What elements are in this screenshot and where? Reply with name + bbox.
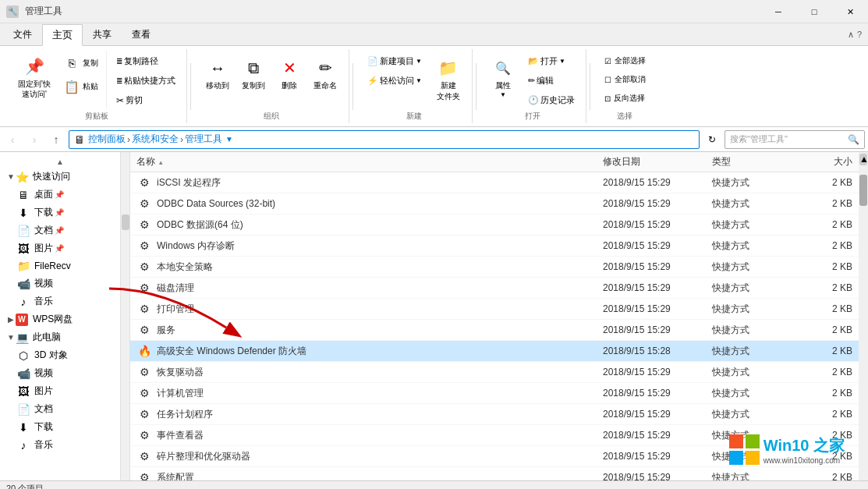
properties-button[interactable]: 🔍 属性 ▼ (486, 52, 520, 101)
refresh-button[interactable]: ↻ (703, 130, 721, 149)
history-button[interactable]: 🕐 历史记录 (523, 91, 579, 109)
table-row[interactable]: ⚙ 打印管理 2018/9/15 15:29 快捷方式 2 KB (130, 299, 859, 320)
invert-selection-button[interactable]: ⊡ 反向选择 (600, 90, 650, 107)
table-row[interactable]: ⚙ ODBC Data Sources (32-bit) 2018/9/15 1… (130, 193, 859, 214)
properties-arrow: ▼ (500, 91, 506, 98)
minimize-button[interactable]: ─ (760, 0, 796, 23)
sidebar-documents[interactable]: 📄 文档 📌 (0, 221, 120, 239)
sidebar-pc-downloads[interactable]: ⬇ 下载 (0, 418, 120, 436)
table-row[interactable]: ⚙ iSCSI 发起程序 2018/9/15 15:29 快捷方式 2 KB (130, 172, 859, 193)
new-folder-label: 新建文件夹 (437, 80, 460, 102)
ribbon-collapse-btn[interactable]: ∧ (848, 30, 854, 40)
wps-label: WPS网盘 (33, 313, 73, 326)
file-date: 2018/9/15 15:29 (603, 177, 712, 188)
tab-file[interactable]: 文件 (3, 24, 42, 46)
sidebar-wps[interactable]: ▶ W WPS网盘 (0, 310, 120, 328)
file-size: 2 KB (790, 198, 852, 209)
close-button[interactable]: ✕ (832, 0, 868, 23)
table-row[interactable]: ⚙ ODBC 数据源(64 位) 2018/9/15 15:29 快捷方式 2 … (130, 214, 859, 236)
file-icon: ⚙ (136, 470, 152, 480)
tab-view[interactable]: 查看 (122, 24, 161, 46)
scroll-thumb[interactable] (859, 175, 867, 206)
delete-icon: ✕ (277, 55, 302, 80)
open-button[interactable]: 📂 打开 ▼ (523, 52, 579, 70)
address-path[interactable]: 🖥 控制面板 › 系统和安全 › 管理工具 ▼ (69, 130, 700, 149)
help-btn[interactable]: ? (857, 30, 862, 39)
table-row[interactable]: ⚙ 磁盘清理 2018/9/15 15:29 快捷方式 2 KB (130, 278, 859, 299)
table-row[interactable]: ⚙ 计算机管理 2018/9/15 15:29 快捷方式 2 KB (130, 383, 859, 404)
up-button[interactable]: ↑ (47, 130, 66, 149)
file-size: 2 KB (790, 472, 852, 480)
tab-home[interactable]: 主页 (42, 24, 83, 46)
col-name-header[interactable]: 名称 ▲ (136, 155, 603, 168)
sidebar-videos[interactable]: 📹 视频 (0, 275, 120, 292)
select-none-button[interactable]: ☐ 全部取消 (600, 71, 650, 88)
col-size-header[interactable]: 大小 (790, 155, 852, 168)
copy-path-button[interactable]: ≣ 复制路径 (112, 52, 180, 70)
sidebar-this-pc[interactable]: ▼ 💻 此电脑 (0, 328, 120, 346)
file-name-cell: ⚙ ODBC Data Sources (32-bit) (136, 196, 603, 211)
copy-button[interactable]: ⎘ 复制 (59, 52, 103, 74)
paste-button[interactable]: 📋 粘贴 (59, 76, 103, 97)
table-row[interactable]: ⚙ 服务 2018/9/15 15:29 快捷方式 2 KB (130, 320, 859, 341)
sidebar-music[interactable]: ♪ 音乐 (0, 292, 120, 310)
new-folder-button[interactable]: 📁 新建文件夹 (431, 52, 466, 105)
move-to-button[interactable]: ↔ 移动到 (200, 52, 235, 94)
maximize-button[interactable]: □ (796, 0, 832, 23)
copy-to-button[interactable]: ⧉ 复制到 (236, 52, 271, 94)
table-row[interactable]: ⚙ 系统配置 2018/9/15 15:29 快捷方式 2 KB (130, 467, 859, 480)
file-type: 快捷方式 (712, 282, 790, 295)
path-system-security[interactable]: 系统和安全 (132, 133, 179, 146)
forward-button[interactable]: › (25, 130, 44, 149)
sidebar-pc-documents[interactable]: 📄 文档 (0, 400, 120, 418)
file-date: 2018/9/15 15:29 (603, 451, 712, 462)
sep3 (476, 63, 477, 110)
easy-access-button[interactable]: ⚡ 轻松访问 ▼ (363, 72, 427, 90)
sidebar-scrollbar[interactable] (121, 152, 130, 480)
cut-button[interactable]: ✂ 剪切 (112, 91, 180, 109)
file-date: 2018/9/15 15:29 (603, 282, 712, 293)
table-row[interactable]: ⚙ 恢复驱动器 2018/9/15 15:29 快捷方式 2 KB (130, 362, 859, 383)
paste-shortcut-label: 粘贴快捷方式 (124, 75, 175, 87)
path-control-panel[interactable]: 控制面板 (88, 133, 126, 146)
sidebar-scroll-thumb[interactable] (122, 214, 129, 230)
edit-button[interactable]: ✏ 编辑 (523, 72, 579, 90)
sidebar-pc-music[interactable]: ♪ 音乐 (0, 436, 120, 454)
delete-button[interactable]: ✕ 删除 (272, 52, 306, 94)
select-all-button[interactable]: ☑ 全部选择 (600, 52, 650, 69)
table-row[interactable]: ⚙ 任务计划程序 2018/9/15 15:29 快捷方式 2 KB (130, 404, 859, 425)
file-type: 快捷方式 (712, 366, 790, 379)
videos-icon: 📹 (17, 278, 30, 290)
sidebar-desktop[interactable]: 🖥 桌面 📌 (0, 186, 120, 204)
file-list: 名称 ▲ 修改日期 类型 大小 ⚙ iSCSI 发起程序 2018/9/15 1… (130, 152, 859, 480)
cut-icon: ✂ (116, 95, 124, 106)
organize-group-label: 组织 (264, 109, 279, 122)
new-item-button[interactable]: 📄 新建项目 ▼ (363, 52, 427, 70)
table-row[interactable]: ⚙ Windows 内存诊断 2018/9/15 15:29 快捷方式 2 KB (130, 236, 859, 257)
file-list-scrollbar[interactable]: ▲ (859, 152, 868, 480)
tab-share[interactable]: 共享 (83, 24, 122, 46)
sidebar-downloads[interactable]: ⬇ 下载 📌 (0, 204, 120, 221)
sidebar-3d-objects[interactable]: ⬡ 3D 对象 (0, 346, 120, 364)
pin-button[interactable]: 📌 固定到'快速访问' (12, 51, 56, 102)
file-name: ODBC Data Sources (32-bit) (157, 198, 275, 209)
scroll-up-arrow[interactable]: ▲ (859, 154, 867, 165)
file-size: 2 KB (790, 409, 852, 420)
col-type-header[interactable]: 类型 (712, 155, 790, 168)
sidebar-pictures[interactable]: 🖼 图片 📌 (0, 239, 120, 257)
search-box[interactable]: 搜索"管理工具" 🔍 (725, 130, 865, 149)
rename-button[interactable]: ✏ 重命名 (308, 52, 342, 94)
path-admin-tools[interactable]: 管理工具 (185, 133, 222, 146)
sidebar-pc-videos[interactable]: 📹 视频 (0, 364, 120, 382)
table-row[interactable]: 🔥 高级安全 Windows Defender 防火墙 2018/9/15 15… (130, 341, 859, 362)
paste-shortcut-button[interactable]: ≣ 粘贴快捷方式 (112, 72, 180, 90)
sidebar-filerecv[interactable]: 📁 FileRecv (0, 257, 120, 275)
col-date-header[interactable]: 修改日期 (603, 155, 712, 168)
table-row[interactable]: ⚙ 本地安全策略 2018/9/15 15:29 快捷方式 2 KB (130, 257, 859, 278)
downloads-label: 下载 (34, 206, 53, 219)
sidebar-scroll-up[interactable]: ▲ (0, 155, 120, 168)
sidebar-pc-pictures[interactable]: 🖼 图片 (0, 382, 120, 400)
address-dropdown-icon[interactable]: ▼ (225, 135, 233, 144)
back-button[interactable]: ‹ (3, 130, 22, 149)
sidebar-quick-access[interactable]: ▼ ⭐ 快速访问 (0, 168, 120, 186)
